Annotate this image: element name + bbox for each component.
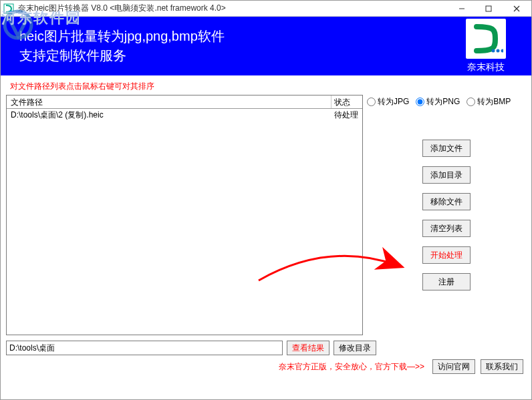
start-process-button[interactable]: 开始处理 (422, 246, 471, 264)
radio-jpg-label: 转为JPG (378, 96, 409, 108)
action-buttons: 添加文件 添加目录 移除文件 清空列表 开始处理 注册 (367, 140, 526, 290)
radio-bmp-input[interactable] (467, 97, 475, 106)
format-radio-group: 转为JPG 转为PNG 转为BMP (367, 95, 526, 110)
add-dir-button[interactable]: 添加目录 (422, 166, 471, 184)
app-icon (3, 3, 14, 14)
radio-png[interactable]: 转为PNG (416, 96, 460, 108)
footer-row: 奈末官方正版，安全放心，官方下载—>> 访问官网 联系我们 (6, 359, 526, 374)
svg-rect-4 (486, 6, 491, 11)
banner-right: 奈末科技 (466, 19, 506, 73)
cell-path: D:\tools\桌面\2 (复制).heic (7, 109, 331, 121)
main-area: 文件路径 状态 D:\tools\桌面\2 (复制).heic 待处理 转为JP… (6, 95, 526, 335)
svg-point-2 (11, 11, 13, 12)
file-list[interactable]: 文件路径 状态 D:\tools\桌面\2 (复制).heic 待处理 (6, 95, 363, 335)
output-path-input[interactable] (6, 341, 283, 355)
maximize-button[interactable] (475, 1, 502, 16)
minimize-button[interactable] (448, 1, 475, 16)
side-panel: 转为JPG 转为PNG 转为BMP 添加文件 添加目录 移除文件 清空列 (367, 95, 526, 335)
output-row: 查看结果 修改目录 (6, 341, 526, 355)
window-controls (448, 1, 531, 16)
window-title: 奈末heic图片转换器 V8.0 <电脑须安装.net framework 4.… (17, 3, 448, 14)
titlebar: 奈末heic图片转换器 V8.0 <电脑须安装.net framework 4.… (1, 1, 531, 17)
banner: heic图片批量转为jpg,png,bmp软件 支持定制软件服务 奈末科技 (1, 17, 531, 75)
radio-jpg[interactable]: 转为JPG (367, 96, 409, 108)
app-window: 奈末heic图片转换器 V8.0 <电脑须安装.net framework 4.… (0, 0, 532, 400)
radio-bmp[interactable]: 转为BMP (467, 96, 511, 108)
sort-hint: 对文件路径列表点击鼠标右键可对其排序 (6, 79, 526, 95)
brand-logo-icon (466, 19, 506, 59)
radio-png-input[interactable] (416, 97, 424, 106)
view-result-button[interactable]: 查看结果 (287, 341, 329, 355)
banner-line2: 支持定制软件服务 (19, 46, 225, 65)
col-header-path[interactable]: 文件路径 (7, 95, 331, 108)
change-dir-button[interactable]: 修改目录 (334, 341, 376, 355)
svg-point-1 (9, 11, 11, 12)
register-button[interactable]: 注册 (422, 273, 471, 290)
close-button[interactable] (502, 1, 531, 16)
banner-line1: heic图片批量转为jpg,png,bmp软件 (19, 27, 225, 46)
add-file-button[interactable]: 添加文件 (422, 140, 471, 157)
cell-status: 待处理 (331, 109, 362, 121)
radio-png-label: 转为PNG (426, 96, 460, 108)
remove-file-button[interactable]: 移除文件 (422, 193, 471, 210)
clear-list-button[interactable]: 清空列表 (422, 220, 471, 237)
visit-site-button[interactable]: 访问官网 (432, 359, 475, 374)
svg-point-10 (501, 49, 504, 53)
banner-text: heic图片批量转为jpg,png,bmp软件 支持定制软件服务 (19, 27, 225, 65)
svg-point-9 (497, 49, 500, 53)
radio-jpg-input[interactable] (367, 97, 376, 106)
col-header-status[interactable]: 状态 (331, 95, 362, 108)
footer-text: 奈末官方正版，安全放心，官方下载—>> (279, 361, 424, 373)
radio-bmp-label: 转为BMP (477, 96, 511, 108)
list-header: 文件路径 状态 (7, 95, 362, 109)
contact-button[interactable]: 联系我们 (481, 359, 523, 374)
svg-point-8 (492, 49, 495, 53)
brand-name: 奈末科技 (467, 61, 505, 73)
table-row[interactable]: D:\tools\桌面\2 (复制).heic 待处理 (7, 109, 362, 121)
content: 对文件路径列表点击鼠标右键可对其排序 文件路径 状态 D:\tools\桌面\2… (1, 75, 531, 399)
